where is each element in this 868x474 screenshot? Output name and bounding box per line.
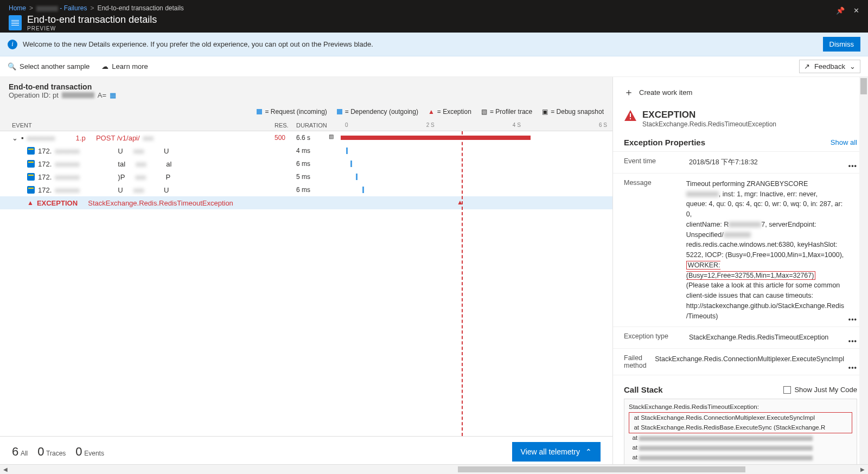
timeline-rows: ⌄ ▪ xxxxxxxx1.p POST /v1/api/xxx 500 6.6… [0, 131, 612, 436]
create-work-item-button[interactable]: ＋ Create work item [613, 77, 868, 107]
plus-icon: ＋ [624, 86, 634, 99]
top-bar: Home > - Failures > End-to-end transacti… [0, 0, 868, 33]
breadcrumb-current: End-to-end transaction details [97, 4, 183, 12]
table-row[interactable]: 172.xxxxxxx)P xxxP 5 ms [0, 170, 612, 183]
call-stack-title: Call Stack [624, 385, 663, 394]
select-sample-button[interactable]: 🔍 Select another sample [8, 62, 90, 71]
left-panel: End-to-end transaction Operation ID: ptA… [0, 77, 613, 466]
pin-icon[interactable]: 📌 [836, 7, 845, 15]
more-icon[interactable]: ••• [848, 337, 857, 345]
server-icon: ▪ [21, 134, 24, 142]
details-panel: ＋ Create work item EXCEPTION StackExchan… [613, 77, 868, 466]
legend: = Request (incoming) = Dependency (outgo… [0, 105, 612, 119]
database-icon [27, 173, 35, 181]
view-all-telemetry-button[interactable]: View all telemetry⌃ [512, 442, 601, 462]
transaction-title: End-to-end transaction [9, 82, 604, 91]
svg-rect-1 [630, 118, 631, 119]
exception-subtitle: StackExchange.Redis.RedisTimeoutExceptio… [642, 120, 776, 128]
toolbar: 🔍 Select another sample ☁ Learn more ↗ F… [0, 56, 868, 77]
prop-message: Message Timeout performing ZRANGEBYSCORE… [613, 174, 868, 328]
database-icon [27, 186, 35, 194]
scroll-left-icon[interactable]: ◀ [3, 466, 8, 472]
scroll-right-icon[interactable]: ▶ [860, 466, 865, 472]
call-stack[interactable]: StackExchange.Redis.RedisTimeoutExceptio… [624, 399, 857, 466]
search-icon: 🔍 [8, 62, 16, 71]
table-row[interactable]: 172.xxxxxxxU xxxU 6 ms [0, 183, 612, 196]
exception-title: EXCEPTION [642, 110, 776, 120]
cloud-icon: ☁ [101, 62, 108, 71]
banner-text: Welcome to the new Details experience. I… [23, 40, 373, 48]
scrollbar[interactable] [859, 77, 868, 466]
feedback-button[interactable]: ↗ Feedback ⌄ [799, 60, 860, 73]
info-banner: i Welcome to the new Details experience.… [0, 33, 868, 56]
chevron-down-icon[interactable]: ⌄ [12, 134, 18, 142]
checkbox-icon[interactable] [783, 386, 791, 394]
breadcrumb: Home > - Failures > End-to-end transacti… [0, 2, 827, 14]
horizontal-scrollbar[interactable]: ◀ ▶ [0, 464, 868, 474]
page-title: End-to-end transaction details [27, 14, 157, 25]
breadcrumb-failures[interactable]: - Failures [36, 4, 87, 12]
doc-icon [9, 15, 22, 30]
table-row[interactable]: ⌄ ▪ xxxxxxxx1.p POST /v1/api/xxx 500 6.6… [0, 131, 612, 144]
close-icon[interactable]: ✕ [853, 7, 859, 15]
learn-more-button[interactable]: ☁ Learn more [101, 62, 148, 71]
more-icon[interactable]: ••• [848, 162, 857, 170]
footer: 6 All 0 Traces 0 Events View all telemet… [0, 436, 612, 466]
chevron-down-icon: ⌄ [850, 62, 856, 71]
breadcrumb-home[interactable]: Home [9, 4, 26, 12]
preview-badge: PREVIEW [27, 25, 157, 31]
operation-id: Operation ID: ptA= ▦ [9, 91, 604, 99]
warning-icon: ▲ [27, 199, 34, 207]
highlighted-worker-stats: WORKER: (Busy=12,Free=32755,Min=1,Max=32… [686, 261, 816, 280]
table-row-exception[interactable]: ▲ EXCEPTION StackExchange.Redis.RedisTim… [0, 196, 612, 209]
more-icon[interactable]: ••• [848, 316, 857, 323]
chevron-up-icon: ⌃ [585, 447, 592, 456]
more-icon[interactable]: ••• [848, 364, 857, 371]
prop-exception-type: Exception type StackExchange.Redis.Redis… [613, 327, 868, 349]
warning-icon [624, 110, 637, 121]
highlighted-stack-frames: at StackExchange.Redis.ConnectionMultipl… [629, 412, 852, 434]
copy-icon[interactable]: ▦ [110, 91, 116, 99]
dismiss-button[interactable]: Dismiss [823, 37, 861, 52]
svg-rect-0 [630, 113, 631, 117]
external-link-icon: ↗ [804, 62, 810, 71]
show-my-code-checkbox[interactable]: Show Just My Code [783, 386, 857, 394]
table-row[interactable]: 172.xxxxxxxU xxxU 4 ms [0, 144, 612, 157]
database-icon [27, 147, 35, 155]
warning-icon: ▲ [457, 198, 463, 206]
show-all-link[interactable]: Show all [831, 138, 857, 146]
prop-failed-method: Failed method StackExchange.Redis.Connec… [613, 349, 868, 375]
database-icon [27, 160, 35, 168]
prop-event-time: Event time 2018/5/18 下午7:18:32 ••• [613, 152, 868, 174]
properties-title: Exception Properties [624, 138, 705, 147]
table-header: EVENT RES. DURATION 02 S4 S6 S [0, 119, 612, 131]
info-icon: i [8, 40, 17, 49]
table-row[interactable]: 172.xxxxxxxtal xxxal 6 ms [0, 157, 612, 170]
